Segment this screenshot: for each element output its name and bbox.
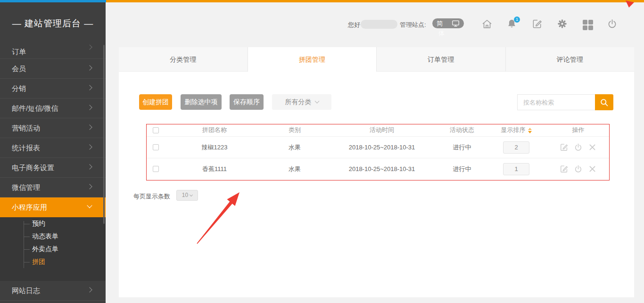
display-order-input[interactable] <box>503 163 529 175</box>
tab-order-management[interactable]: 订单管理 <box>377 47 506 72</box>
language-label-secondary: 体 <box>438 29 445 38</box>
sidebar-item-site-logs[interactable]: 网站日志 <box>0 281 106 301</box>
topbar-orange-strip <box>106 0 644 2</box>
chevron-down-icon <box>190 193 193 197</box>
chevron-down-icon <box>87 203 92 208</box>
cell-category: 水果 <box>264 165 325 173</box>
sidebar-item-miniprogram-apps[interactable]: 小程序应用 <box>0 197 106 217</box>
language-toggle[interactable]: 简 <box>432 18 464 28</box>
chevron-right-icon <box>87 45 92 49</box>
edit-icon[interactable] <box>560 164 569 173</box>
header-operations: 操作 <box>547 126 610 134</box>
display-order-input[interactable] <box>503 141 529 154</box>
chevron-right-icon <box>87 124 92 130</box>
table-row: 辣椒1223 水果 2018-10-25~2018-10-31 进行中 <box>146 136 610 158</box>
header-category: 类别 <box>264 126 325 134</box>
cell-name: 辣椒1223 <box>165 143 264 152</box>
sidebar-item-ecommerce-settings[interactable]: 电子商务设置 <box>0 158 106 178</box>
chevron-right-icon <box>87 85 92 90</box>
cell-time: 2018-10-25~2018-10-31 <box>325 165 438 172</box>
sidebar-item-members[interactable]: 会员 <box>0 59 106 79</box>
language-label: 简 <box>437 19 443 28</box>
bell-icon[interactable]: 1 <box>506 18 518 30</box>
submenu-item-takeout-order[interactable]: 外卖点单 <box>0 243 106 255</box>
manage-site-label: 管理站点: <box>400 21 426 29</box>
search-icon <box>599 98 609 107</box>
page: — 建站管理后台 — 订单 会员 分销 邮件/短信/微信 营销活动 统计报表 电… <box>0 0 644 303</box>
sidebar-scrollbar[interactable] <box>103 45 105 224</box>
tab-category-management[interactable]: 分类管理 <box>119 47 248 72</box>
sidebar-item-mail-sms-wechat[interactable]: 邮件/短信/微信 <box>0 98 106 118</box>
monitor-icon <box>452 19 460 27</box>
create-groupbuy-button[interactable]: 创建拼团 <box>139 94 172 110</box>
app-title: — 建站管理后台 — <box>0 17 106 30</box>
chevron-right-icon <box>87 65 92 70</box>
cell-name: 香蕉1111 <box>165 165 264 173</box>
apps-grid-icon[interactable] <box>583 19 594 31</box>
chevron-right-icon <box>87 105 92 110</box>
header-name: 拼团名称 <box>165 126 264 134</box>
power-icon[interactable] <box>607 18 618 30</box>
chevron-down-icon <box>314 99 319 104</box>
row-checkbox[interactable] <box>153 144 159 150</box>
main-panel: 分类管理 拼团管理 订单管理 评论管理 创建拼团 删除选中项 保存顺序 所有分类… <box>119 47 634 297</box>
sort-icon[interactable] <box>528 128 532 133</box>
submenu-item-reservation[interactable]: 预约 <box>0 217 106 230</box>
select-all-checkbox[interactable] <box>153 127 159 133</box>
submenu-item-dynamic-forms[interactable]: 动态表单 <box>0 230 106 243</box>
notification-badge: 1 <box>514 16 520 23</box>
edit-icon[interactable] <box>560 143 569 152</box>
sidebar-submenu: 预约 动态表单 外卖点单 拼团 <box>0 217 106 281</box>
sidebar-item-marketing[interactable]: 营销活动 <box>0 118 106 138</box>
row-checkbox[interactable] <box>153 166 159 172</box>
sidebar-item-orders[interactable]: 订单 <box>0 45 106 59</box>
search-input[interactable] <box>517 94 595 110</box>
sidebar-item-statistics[interactable]: 统计报表 <box>0 138 106 158</box>
tab-comment-management[interactable]: 评论管理 <box>506 47 635 72</box>
power-toggle-icon[interactable] <box>574 143 583 152</box>
sidebar: — 建站管理后台 — 订单 会员 分销 邮件/短信/微信 营销活动 统计报表 电… <box>0 2 106 303</box>
compose-icon[interactable] <box>532 18 543 30</box>
per-page-dropdown[interactable]: 10 <box>176 190 198 201</box>
chevron-right-icon <box>87 164 92 169</box>
table-row: 香蕉1111 水果 2018-10-25~2018-10-31 进行中 <box>146 158 610 180</box>
save-order-button[interactable]: 保存顺序 <box>230 94 264 110</box>
cell-status: 进行中 <box>438 143 486 152</box>
chevron-right-icon <box>87 144 92 149</box>
gear-icon[interactable] <box>557 18 568 30</box>
greeting-text: 您好 <box>348 21 360 29</box>
username-redacted <box>361 20 397 29</box>
tab-bar: 分类管理 拼团管理 订单管理 评论管理 <box>119 47 634 72</box>
cell-time: 2018-10-25~2018-10-31 <box>325 144 438 151</box>
delete-selected-button[interactable]: 删除选中项 <box>181 94 222 110</box>
chevron-right-icon <box>87 287 92 292</box>
sidebar-item-wechat-management[interactable]: 微信管理 <box>0 178 106 197</box>
delete-icon[interactable] <box>588 164 597 173</box>
chevron-right-icon <box>87 184 92 189</box>
header-status: 活动状态 <box>438 126 486 134</box>
category-filter-dropdown[interactable]: 所有分类 <box>272 94 331 110</box>
table-header-row: 拼团名称 类别 活动时间 活动状态 显示排序 操作 <box>146 124 610 136</box>
groupbuy-table: 拼团名称 类别 活动时间 活动状态 显示排序 操作 辣椒1223 水果 2018… <box>146 124 610 180</box>
sidebar-item-distribution[interactable]: 分销 <box>0 79 106 98</box>
submenu-item-group-buying[interactable]: 拼团 <box>0 255 106 268</box>
search-button[interactable] <box>595 94 613 110</box>
delete-icon[interactable] <box>588 143 597 152</box>
cell-category: 水果 <box>264 143 325 152</box>
tab-groupbuy-management[interactable]: 拼团管理 <box>248 47 377 72</box>
header-time: 活动时间 <box>325 126 438 134</box>
header-display-order[interactable]: 显示排序 <box>486 126 547 134</box>
per-page-label: 每页显示条数 <box>133 192 170 201</box>
home-icon[interactable] <box>481 18 493 30</box>
cell-status: 进行中 <box>438 165 486 173</box>
power-toggle-icon[interactable] <box>574 164 583 173</box>
